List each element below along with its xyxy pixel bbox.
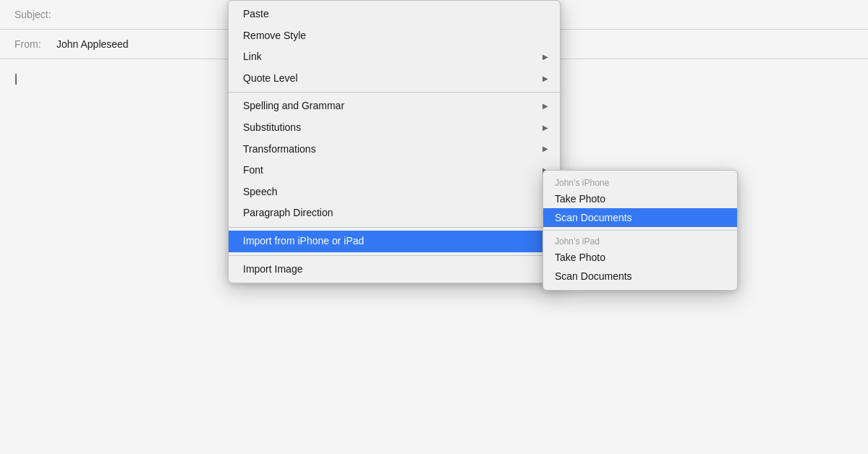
menu-item-transformations[interactable]: Transformations ▶ [229, 139, 560, 160]
separator-3 [229, 255, 560, 256]
menu-item-speech[interactable]: Speech ▶ [229, 181, 560, 203]
spelling-arrow-icon: ▶ [542, 101, 548, 111]
menu-item-substitutions[interactable]: Substitutions ▶ [229, 117, 560, 139]
menu-item-remove-style[interactable]: Remove Style [229, 25, 560, 47]
transformations-arrow-icon: ▶ [542, 144, 548, 154]
submenu-import: John’s iPhone Take Photo Scan Documents … [542, 170, 738, 291]
menu-item-import-image[interactable]: Import Image [229, 259, 560, 280]
menu-item-import-iphone-ipad[interactable]: Import from iPhone or iPad ▶ [229, 231, 560, 252]
menu-item-link[interactable]: Link ▶ [229, 46, 560, 68]
submenu-ipad-scan-documents[interactable]: Scan Documents [543, 267, 737, 286]
menu-item-quote-level[interactable]: Quote Level ▶ [229, 68, 560, 90]
ipad-section-header: John’s iPad [543, 234, 737, 248]
from-label: From: [14, 38, 51, 50]
submenu-separator [543, 230, 737, 231]
separator-1 [229, 92, 560, 93]
submenu-iphone-take-photo[interactable]: Take Photo [543, 189, 737, 208]
context-menu: Paste Remove Style Link ▶ Quote Level ▶ … [228, 0, 561, 283]
quote-level-arrow-icon: ▶ [542, 74, 548, 84]
submenu-ipad-take-photo[interactable]: Take Photo [543, 248, 737, 267]
subject-label: Subject: [14, 9, 51, 20]
iphone-section-header: John’s iPhone [543, 175, 737, 189]
menu-item-font[interactable]: Font ▶ [229, 160, 560, 181]
menu-item-paste[interactable]: Paste [229, 4, 560, 25]
submenu-iphone-scan-documents[interactable]: Scan Documents [543, 208, 737, 227]
substitutions-arrow-icon: ▶ [542, 123, 548, 133]
email-body-cursor[interactable]: | [14, 72, 17, 85]
link-arrow-icon: ▶ [542, 52, 548, 62]
menu-item-paragraph-direction[interactable]: Paragraph Direction ▶ [229, 202, 560, 224]
from-value: John Appleseed [56, 38, 129, 50]
menu-item-spelling-grammar[interactable]: Spelling and Grammar ▶ [229, 95, 560, 117]
separator-2 [229, 227, 560, 228]
